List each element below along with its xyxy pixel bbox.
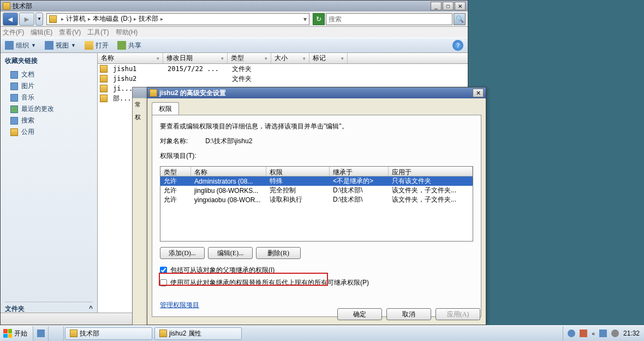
search-input[interactable] bbox=[329, 15, 450, 23]
tray-chevron-icon[interactable]: « bbox=[592, 331, 595, 337]
folder-icon bbox=[100, 85, 108, 92]
file-row[interactable]: jishu2 文件夹 bbox=[98, 74, 468, 84]
edit-button[interactable]: 编辑(E)... bbox=[208, 247, 253, 259]
column-tags[interactable]: 标记▾ bbox=[309, 53, 348, 63]
sidebar-item-music[interactable]: 音乐 bbox=[5, 92, 93, 103]
tray-icon[interactable] bbox=[568, 330, 575, 337]
sidebar-item-pictures[interactable]: 图片 bbox=[5, 80, 93, 92]
replace-checkbox[interactable] bbox=[160, 279, 167, 286]
column-type[interactable]: 类型▾ bbox=[228, 53, 271, 63]
column-name[interactable]: 名称▾ bbox=[98, 53, 163, 63]
search-box[interactable] bbox=[326, 13, 452, 25]
tab-permissions[interactable]: 权限 bbox=[152, 102, 179, 115]
sidebar-item-search[interactable]: 搜索 bbox=[5, 115, 93, 126]
folder-icon bbox=[70, 330, 77, 337]
col-inherit[interactable]: 继承于 bbox=[330, 167, 389, 176]
chevron-right-icon: ▸ bbox=[160, 16, 163, 22]
explorer-titlebar[interactable]: 技术部 _ □ ✕ bbox=[1, 1, 468, 11]
refresh-button[interactable]: ↻ bbox=[313, 13, 325, 25]
recent-icon bbox=[10, 105, 18, 113]
cancel-button[interactable]: 取消 bbox=[386, 308, 431, 320]
sidebar-item-documents[interactable]: 文档 bbox=[5, 69, 93, 80]
organize-label: 组织 bbox=[16, 41, 29, 50]
col-apply[interactable]: 应用于 bbox=[389, 167, 473, 176]
folder-icon bbox=[159, 330, 167, 337]
history-dropdown[interactable]: ▼ bbox=[35, 13, 43, 26]
menu-help[interactable]: 帮助(H) bbox=[116, 28, 138, 37]
ok-button[interactable]: 确定 bbox=[337, 308, 382, 320]
chevron-right-icon: ▸ bbox=[134, 16, 136, 22]
close-button[interactable]: ✕ bbox=[473, 89, 484, 97]
sort-icon: ▾ bbox=[341, 56, 344, 61]
col-name[interactable]: 名称 bbox=[191, 167, 266, 176]
chevron-down-icon: ▼ bbox=[71, 43, 76, 48]
open-label: 打开 bbox=[96, 41, 109, 50]
start-button[interactable]: 开始 bbox=[0, 326, 33, 341]
manage-permissions-link[interactable]: 管理权限项目 bbox=[160, 301, 199, 310]
share-button[interactable]: 共享 bbox=[117, 41, 141, 50]
breadcrumb-segment[interactable]: 技术部 bbox=[139, 14, 158, 23]
object-name-row: 对象名称: D:\技术部\jishu2 bbox=[160, 137, 473, 146]
sidebar-folders-toggle[interactable]: 文件夹^ bbox=[5, 302, 93, 314]
open-icon bbox=[85, 41, 93, 50]
menu-view[interactable]: 查看(V) bbox=[59, 28, 81, 37]
maximize-button[interactable]: □ bbox=[443, 2, 454, 10]
sidebar-header: 收藏夹链接 bbox=[5, 56, 93, 66]
remove-button[interactable]: 删除(R) bbox=[256, 247, 301, 259]
open-button[interactable]: 打开 bbox=[85, 41, 109, 50]
dialog-buttons: 确定 取消 应用(A) bbox=[337, 308, 480, 320]
folder-icon bbox=[10, 128, 18, 136]
picture-icon bbox=[10, 83, 18, 90]
start-label: 开始 bbox=[14, 329, 27, 338]
music-icon bbox=[10, 94, 18, 102]
partial-titlebar bbox=[133, 87, 148, 98]
chevron-up-icon: ^ bbox=[89, 304, 93, 314]
back-button[interactable]: ◄ bbox=[3, 13, 18, 26]
apply-button[interactable]: 应用(A) bbox=[436, 308, 480, 320]
column-size[interactable]: 大小▾ bbox=[271, 53, 309, 63]
tray-icon[interactable] bbox=[580, 330, 587, 337]
perm-row[interactable]: 允许 Administrators (08... 特殊 <不是继承的> 只有该文… bbox=[160, 177, 473, 186]
sidebar-item-public[interactable]: 公用 bbox=[5, 126, 93, 138]
breadcrumb-segment[interactable]: 计算机 bbox=[66, 14, 86, 23]
clock[interactable]: 21:32 bbox=[623, 330, 640, 337]
permissions-list[interactable]: 类型 名称 权限 继承于 应用于 允许 Administrators (08..… bbox=[160, 166, 473, 242]
perm-row[interactable]: 允许 yingxiaobu (08-WOR... 读取和执行 D:\技术部\ 该… bbox=[160, 195, 473, 204]
inherit-checkbox[interactable] bbox=[160, 267, 167, 274]
sort-icon: ▾ bbox=[265, 56, 267, 61]
chevron-right-icon: ▸ bbox=[61, 16, 64, 22]
help-button[interactable]: ? bbox=[452, 40, 463, 51]
breadcrumb[interactable]: ▸ 计算机 ▸ 本地磁盘 (D:) ▸ 技术部 ▸ ▾ bbox=[46, 13, 309, 25]
menu-tools[interactable]: 工具(T) bbox=[87, 28, 109, 37]
add-button[interactable]: 添加(D)... bbox=[160, 247, 205, 259]
taskbar-item-properties[interactable]: jishu2 属性 bbox=[154, 327, 242, 340]
organize-button[interactable]: 组织 ▼ bbox=[5, 41, 36, 50]
dropdown-icon[interactable]: ▾ bbox=[303, 15, 307, 23]
taskbar-item-explorer[interactable]: 技术部 bbox=[65, 327, 152, 340]
sidebar: 收藏夹链接 文档 图片 音乐 最近的更改 搜索 公用 文件夹^ bbox=[1, 53, 98, 313]
quick-launch[interactable] bbox=[33, 326, 49, 341]
col-type[interactable]: 类型 bbox=[160, 167, 191, 176]
search-button[interactable]: 🔍 bbox=[454, 13, 466, 25]
views-button[interactable]: 视图 ▼ bbox=[45, 41, 76, 50]
folder-icon bbox=[150, 89, 157, 97]
sidebar-item-recent[interactable]: 最近的更改 bbox=[5, 103, 93, 115]
system-tray: « 21:32 bbox=[563, 326, 644, 341]
file-row[interactable]: jishu1 2015/7/22 ... 文件夹 bbox=[98, 64, 468, 74]
chevron-right-icon: ▸ bbox=[88, 16, 91, 22]
network-icon[interactable] bbox=[599, 330, 607, 337]
dialog-titlebar[interactable]: jishu2 的高级安全设置 ✕ bbox=[147, 87, 486, 98]
perm-row[interactable]: 允许 jinglibu (08-WORKS... 完全控制 D:\技术部\ 该文… bbox=[160, 186, 473, 195]
breadcrumb-segment[interactable]: 本地磁盘 (D:) bbox=[93, 14, 132, 23]
column-date[interactable]: 修改日期▾ bbox=[163, 53, 228, 63]
minimize-button[interactable]: _ bbox=[431, 2, 442, 10]
close-button[interactable]: ✕ bbox=[455, 2, 466, 10]
views-label: 视图 bbox=[56, 41, 69, 50]
permissions-label: 权限项目(T): bbox=[160, 151, 473, 161]
volume-icon[interactable] bbox=[611, 330, 619, 337]
col-perm[interactable]: 权限 bbox=[266, 167, 330, 176]
forward-button[interactable]: ► bbox=[19, 13, 34, 26]
show-desktop-icon bbox=[37, 330, 45, 337]
menu-file[interactable]: 文件(F) bbox=[3, 28, 24, 37]
menu-edit[interactable]: 编辑(E) bbox=[31, 28, 52, 37]
